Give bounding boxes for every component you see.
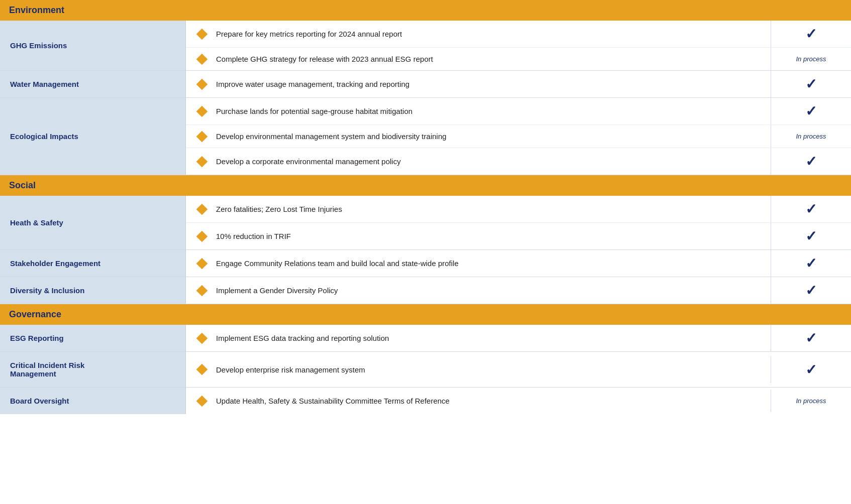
item-content: Engage Community Relations team and buil… xyxy=(186,252,771,275)
item-content: Complete GHG strategy for release with 2… xyxy=(186,48,771,70)
category-label-critical-incident: Critical Incident Risk Management xyxy=(0,352,186,387)
item-content: Improve water usage management, tracking… xyxy=(186,73,771,95)
diamond-icon xyxy=(196,258,208,269)
item-status: ✓ xyxy=(771,71,851,97)
item-text: Purchase lands for potential sage-grouse… xyxy=(216,107,759,115)
item-content: Implement a Gender Diversity Policy xyxy=(186,279,771,302)
item-row: Implement ESG data tracking and reportin… xyxy=(186,325,851,351)
item-content: Develop environmental management system … xyxy=(186,125,771,148)
diamond-icon xyxy=(196,28,208,40)
item-row: Improve water usage management, tracking… xyxy=(186,71,851,97)
check-icon: ✓ xyxy=(805,103,817,119)
item-content: Update Health, Safety & Sustainability C… xyxy=(186,390,771,412)
section-header-social: Social xyxy=(0,175,851,196)
category-row-heath-safety: Heath & SafetyZero fatalities; Zero Lost… xyxy=(0,196,851,250)
check-icon: ✓ xyxy=(805,201,817,217)
item-row: Engage Community Relations team and buil… xyxy=(186,250,851,277)
category-label-ghg-emissions: GHG Emissions xyxy=(0,21,186,70)
items-col-ecological-impacts: Purchase lands for potential sage-grouse… xyxy=(186,98,851,175)
category-row-water-management: Water ManagementImprove water usage mana… xyxy=(0,71,851,98)
check-icon: ✓ xyxy=(805,361,817,378)
item-row: Zero fatalities; Zero Lost Time Injuries… xyxy=(186,196,851,223)
items-col-critical-incident: Develop enterprise risk management syste… xyxy=(186,352,851,387)
item-row: 10% reduction in TRIF✓ xyxy=(186,223,851,249)
item-text: Develop a corporate environmental manage… xyxy=(216,157,759,166)
diamond-icon xyxy=(196,230,208,242)
check-icon: ✓ xyxy=(805,153,817,170)
category-label-diversity-inclusion: Diversity & Inclusion xyxy=(0,277,186,304)
category-row-diversity-inclusion: Diversity & InclusionImplement a Gender … xyxy=(0,277,851,304)
check-icon: ✓ xyxy=(805,255,817,272)
items-col-heath-safety: Zero fatalities; Zero Lost Time Injuries… xyxy=(186,196,851,249)
item-text: Implement a Gender Diversity Policy xyxy=(216,286,759,295)
category-label-board-oversight: Board Oversight xyxy=(0,388,186,414)
item-text: Complete GHG strategy for release with 2… xyxy=(216,55,759,63)
item-content: Prepare for key metrics reporting for 20… xyxy=(186,23,771,45)
item-row: Develop enterprise risk management syste… xyxy=(186,356,851,383)
item-row: Purchase lands for potential sage-grouse… xyxy=(186,98,851,125)
item-text: Develop environmental management system … xyxy=(216,132,759,141)
diamond-icon xyxy=(196,156,208,167)
item-content: Develop a corporate environmental manage… xyxy=(186,150,771,173)
main-table: EnvironmentGHG EmissionsPrepare for key … xyxy=(0,0,851,504)
item-content: Develop enterprise risk management syste… xyxy=(186,358,771,381)
item-status: ✓ xyxy=(771,223,851,249)
check-icon: ✓ xyxy=(805,282,817,299)
item-status: In process xyxy=(771,48,851,70)
category-row-ghg-emissions: GHG EmissionsPrepare for key metrics rep… xyxy=(0,21,851,71)
category-label-heath-safety: Heath & Safety xyxy=(0,196,186,249)
item-status: ✓ xyxy=(771,356,851,383)
item-content: Purchase lands for potential sage-grouse… xyxy=(186,100,771,122)
category-row-ecological-impacts: Ecological ImpactsPurchase lands for pot… xyxy=(0,98,851,175)
item-text: Prepare for key metrics reporting for 20… xyxy=(216,30,759,38)
item-status: In process xyxy=(771,125,851,148)
check-icon: ✓ xyxy=(805,228,817,244)
category-row-stakeholder-engagement: Stakeholder EngagementEngage Community R… xyxy=(0,250,851,277)
diamond-icon xyxy=(196,53,208,65)
items-col-diversity-inclusion: Implement a Gender Diversity Policy✓ xyxy=(186,277,851,304)
diamond-icon xyxy=(196,332,208,344)
item-text: Improve water usage management, tracking… xyxy=(216,80,759,88)
diamond-icon xyxy=(196,203,208,215)
section-header-environment: Environment xyxy=(0,0,851,21)
category-row-critical-incident: Critical Incident Risk ManagementDevelop… xyxy=(0,352,851,388)
section-header-governance: Governance xyxy=(0,304,851,325)
item-text: 10% reduction in TRIF xyxy=(216,232,759,240)
item-status: ✓ xyxy=(771,196,851,222)
inprocess-label: In process xyxy=(796,133,826,140)
item-row: Implement a Gender Diversity Policy✓ xyxy=(186,277,851,304)
item-text: Zero fatalities; Zero Lost Time Injuries xyxy=(216,205,759,213)
diamond-icon xyxy=(196,364,208,375)
item-status: ✓ xyxy=(771,250,851,277)
item-row: Develop a corporate environmental manage… xyxy=(186,148,851,175)
diamond-icon xyxy=(196,78,208,90)
check-icon: ✓ xyxy=(805,26,817,42)
item-content: Implement ESG data tracking and reportin… xyxy=(186,327,771,349)
diamond-icon xyxy=(196,395,208,407)
item-text: Engage Community Relations team and buil… xyxy=(216,259,759,268)
item-text: Develop enterprise risk management syste… xyxy=(216,365,759,374)
category-label-esg-reporting: ESG Reporting xyxy=(0,325,186,351)
category-label-stakeholder-engagement: Stakeholder Engagement xyxy=(0,250,186,277)
diamond-icon xyxy=(196,285,208,296)
diamond-icon xyxy=(196,131,208,142)
item-row: Prepare for key metrics reporting for 20… xyxy=(186,21,851,48)
category-label-ecological-impacts: Ecological Impacts xyxy=(0,98,186,175)
category-row-esg-reporting: ESG ReportingImplement ESG data tracking… xyxy=(0,325,851,352)
check-icon: ✓ xyxy=(805,330,817,346)
item-content: Zero fatalities; Zero Lost Time Injuries xyxy=(186,198,771,220)
inprocess-label: In process xyxy=(796,397,826,405)
items-col-ghg-emissions: Prepare for key metrics reporting for 20… xyxy=(186,21,851,70)
inprocess-label: In process xyxy=(796,55,826,63)
item-row: Complete GHG strategy for release with 2… xyxy=(186,48,851,70)
items-col-board-oversight: Update Health, Safety & Sustainability C… xyxy=(186,388,851,414)
category-row-board-oversight: Board OversightUpdate Health, Safety & S… xyxy=(0,388,851,414)
item-status: ✓ xyxy=(771,325,851,351)
item-status: ✓ xyxy=(771,148,851,175)
item-row: Update Health, Safety & Sustainability C… xyxy=(186,390,851,412)
check-icon: ✓ xyxy=(805,76,817,92)
item-status: ✓ xyxy=(771,21,851,47)
items-col-esg-reporting: Implement ESG data tracking and reportin… xyxy=(186,325,851,351)
item-status: ✓ xyxy=(771,98,851,124)
item-content: 10% reduction in TRIF xyxy=(186,225,771,247)
